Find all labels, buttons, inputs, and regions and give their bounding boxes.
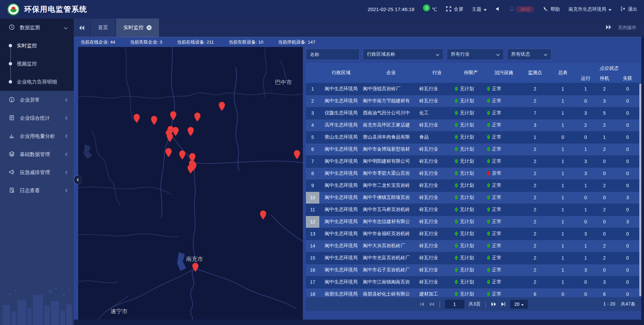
sidebar-submenu: 实时监控视频监控企业电力负荷明细 <box>0 37 74 91</box>
map-panel[interactable]: 巴中市南充市遂宁市 <box>78 47 303 320</box>
col-facility: 治污设施 <box>487 63 521 83</box>
page-number-input[interactable] <box>445 300 464 309</box>
org-dropdown[interactable]: 南充市生态环境局 <box>569 6 611 12</box>
cell-company: 阆中市忠信建材有限公 <box>363 216 419 228</box>
chevron-left-icon <box>65 133 68 139</box>
bullet-dot-icon <box>9 62 12 65</box>
sidebar-item[interactable]: 企业综合统计 <box>0 109 74 127</box>
map-pin-icon[interactable] <box>170 111 177 120</box>
map-pin-icon[interactable] <box>133 114 140 123</box>
tabs-scroll-left-button[interactable] <box>74 18 90 37</box>
table-scrollbar[interactable] <box>639 84 641 296</box>
city-label: 遂宁市 <box>111 308 128 315</box>
status-dot-icon <box>455 280 458 284</box>
sidebar-collapse-button[interactable] <box>74 176 82 184</box>
sidebar-item[interactable]: 应急减排管理 <box>0 163 74 181</box>
table-row[interactable]: 17阆中生态环境局阆中市江南镇阆南页岩砖瓦行业无计划正常21030 <box>306 276 641 288</box>
sidebar-subitem[interactable]: 视频监控 <box>0 55 74 73</box>
cell-facility: 正常 <box>487 119 521 131</box>
theme-dropdown[interactable]: 主题 <box>472 6 487 12</box>
last-page-button[interactable] <box>501 302 506 307</box>
map-pin-icon[interactable] <box>218 102 225 111</box>
temperature: 0 ℃ <box>423 7 437 12</box>
tab-首页[interactable]: 首页 <box>91 18 115 37</box>
sidebar-subitem[interactable]: 实时监控 <box>0 37 74 55</box>
help-button[interactable]: 帮助 <box>543 6 560 12</box>
table-row[interactable]: 4高坪生态环境局南充市高坪区王家店建砖瓦行业无计划正常31220 <box>306 119 641 131</box>
map-pin-icon[interactable] <box>179 150 186 160</box>
cell-lost: 0 <box>614 252 641 264</box>
cell-stop: 0 <box>595 155 614 167</box>
status-dot-icon <box>455 135 458 139</box>
table-row[interactable]: 9阆中生态环境局阆中市二龙长宝页岩砖砖瓦行业无计划正常21120 <box>306 179 641 192</box>
fullscreen-button[interactable]: 全屏 <box>446 6 463 13</box>
table-row[interactable]: 14阆中生态环境局阆中大兴页岩机砖厂砖瓦行业无计划正常21120 <box>306 240 641 252</box>
close-operations-button[interactable]: 关闭操作 <box>618 25 637 31</box>
map-pin-icon[interactable] <box>165 148 172 157</box>
cell-run: 1 <box>576 252 595 264</box>
cell-region: 营山生态环境局 <box>319 131 363 143</box>
sidebar-item[interactable]: 企业用电量分析 <box>0 127 74 145</box>
map-pin-icon[interactable] <box>260 210 267 220</box>
table-row[interactable]: 18南部生态环境局南部县砂化土砖有限公建材加工无计划正常60060 <box>306 288 641 297</box>
cell-industry: 砖瓦行业 <box>419 179 455 192</box>
map-pin-icon[interactable] <box>187 164 194 174</box>
map-pin-icon[interactable] <box>192 263 199 272</box>
table-row[interactable]: 12阆中生态环境局阆中市忠信建材有限公砖瓦行业无计划正常21003 <box>306 216 641 228</box>
table-row[interactable]: 2阆中生态环境局阆中市南方节能建材有砖瓦行业无计划正常21030 <box>306 95 641 107</box>
page-size-select[interactable]: 20 <box>511 300 528 309</box>
map-pin-icon[interactable] <box>166 133 173 142</box>
map-pin-icon[interactable] <box>194 112 201 122</box>
cell-company: 阆中明阳建材有限公司 <box>363 155 419 167</box>
tab-label: 首页 <box>98 24 108 31</box>
sidebar-item[interactable]: 数据监测 <box>0 18 74 37</box>
region-select[interactable]: 行政区域名称 <box>363 49 443 60</box>
layers-icon <box>9 151 15 158</box>
table-row[interactable]: 8阆中生态环境局阆中市枣碧大梁山页岩砖瓦行业无计划异常21300 <box>306 167 641 179</box>
cell-limit: 无计划 <box>455 228 487 240</box>
sidebar-subitem[interactable]: 企业电力负荷明细 <box>0 73 74 91</box>
sidebar-item[interactable]: 日志查看 <box>0 181 74 200</box>
row-index: 12 <box>306 216 319 228</box>
next-page-button[interactable] <box>491 302 497 307</box>
table-row[interactable]: 10阆中生态环境局阆中千佛镇五郎垭页岩砖瓦行业无计划正常21003 <box>306 192 641 204</box>
cell-stop: 1 <box>595 131 614 143</box>
logout-button[interactable]: 退出 <box>620 6 637 12</box>
table-row[interactable]: 15阆中生态环境局阆中市光富页岩机砖厂砖瓦行业无计划正常21120 <box>306 252 641 264</box>
city-label: 巴中市 <box>275 78 292 86</box>
cell-region: 阆中生态环境局 <box>319 167 363 179</box>
tabs-scroll-right-button[interactable] <box>606 25 611 31</box>
bullet-dot-icon <box>9 44 12 47</box>
table-row[interactable]: 3仪陇生态环境局西南油气田分公司川中化工无计划正常71350 <box>306 107 641 119</box>
map-pin-icon[interactable] <box>151 116 158 125</box>
table-row[interactable]: 16阆中生态环境局阆中市石子页岩机砖厂砖瓦行业无计划正常21300 <box>306 264 641 276</box>
notifications[interactable]: 2632 <box>509 6 534 12</box>
mute-button[interactable] <box>495 6 500 12</box>
map-pin-icon[interactable] <box>293 150 301 159</box>
cell-lost: 0 <box>614 228 641 240</box>
cell-company: 阆中市五马桥页岩机砖 <box>363 204 419 216</box>
tab-实时监控[interactable]: 实时监控✕ <box>116 18 159 37</box>
cell-region: 高坪生态环境局 <box>319 119 363 131</box>
cell-company: 西南油气田分公司川中 <box>363 107 419 119</box>
table-row[interactable]: 11阆中生态环境局阆中市五马桥页岩机砖砖瓦行业无计划正常21120 <box>306 204 641 216</box>
table-row[interactable]: 7阆中生态环境局阆中明阳建材有限公司砖瓦行业无计划正常21300 <box>306 155 641 167</box>
table-row[interactable]: 5营山生态环境局营山县润丰肉食品有限食品无计划正常10010 <box>306 131 641 143</box>
status-select[interactable]: 所有状态 <box>507 49 551 60</box>
cell-region: 阆中生态环境局 <box>319 192 363 204</box>
tab-close-icon[interactable]: ✕ <box>147 25 152 30</box>
table-row[interactable]: 13阆中生态环境局阆中市金福旺页岩机砖砖瓦行业无计划正常21300 <box>306 228 641 240</box>
table-row[interactable]: 6阆中生态环境局阆中市金博瑞新型墙材砖瓦行业无计划正常21120 <box>306 143 641 155</box>
name-search-input[interactable] <box>306 49 360 60</box>
sidebar-item-label: 日志查看 <box>20 187 60 194</box>
sidebar-item[interactable]: 基础数据管理 <box>0 145 74 163</box>
status-dot-icon <box>455 243 458 248</box>
first-page-button[interactable] <box>419 302 424 307</box>
industry-select[interactable]: 所有行业 <box>447 49 504 60</box>
map-pin-icon[interactable] <box>187 127 194 136</box>
sidebar-item[interactable]: 企业异常 <box>0 91 74 109</box>
cell-meters: 1 <box>549 192 576 204</box>
table-row[interactable]: 1阆中生态环境局阆中强锐页岩砖厂砖瓦行业无计划正常21120 <box>306 83 641 95</box>
prev-page-button[interactable] <box>429 302 434 307</box>
tab-bar: 首页实时监控✕ 关闭操作 <box>74 18 644 37</box>
